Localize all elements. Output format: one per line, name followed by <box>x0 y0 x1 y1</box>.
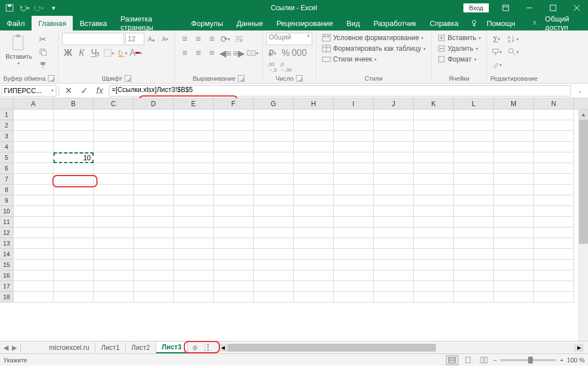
cell[interactable] <box>294 238 334 249</box>
font-color-icon[interactable]: A▾ <box>130 47 142 59</box>
login-button[interactable]: Вход <box>463 3 489 12</box>
cell[interactable] <box>254 163 294 174</box>
tab-insert[interactable]: Вставка <box>73 16 113 30</box>
format-as-table[interactable]: Форматировать как таблицу▾ <box>320 43 428 54</box>
cell[interactable] <box>534 238 574 249</box>
cell[interactable] <box>534 109 574 120</box>
increase-indent-icon[interactable]: ≡▶ <box>233 47 245 59</box>
number-format-select[interactable]: Общий▾ <box>266 33 312 45</box>
alignment-launcher[interactable] <box>238 75 245 82</box>
cell[interactable] <box>94 120 134 131</box>
cell[interactable] <box>54 217 94 227</box>
qat-customize-icon[interactable]: ▾ <box>47 2 60 14</box>
cell[interactable] <box>134 260 174 270</box>
undo-icon[interactable]: ▾ <box>18 2 30 14</box>
cell[interactable] <box>494 174 534 185</box>
cell[interactable] <box>454 120 494 131</box>
cell[interactable] <box>14 152 54 163</box>
cell[interactable] <box>414 217 454 227</box>
cell[interactable] <box>494 206 534 217</box>
cell[interactable] <box>414 260 454 270</box>
font-size-select[interactable] <box>125 33 144 45</box>
cell[interactable] <box>374 270 414 281</box>
cell[interactable] <box>54 195 94 206</box>
column-header[interactable]: C <box>94 98 134 109</box>
row-header[interactable]: 4 <box>0 142 14 152</box>
percent-icon[interactable]: % <box>280 47 292 59</box>
cell[interactable] <box>94 227 134 238</box>
formula-input[interactable]: =[Ссылки.xlsx]Лист3!$B$5 <box>109 85 571 97</box>
cell[interactable] <box>14 238 54 249</box>
underline-button[interactable]: Ч▾ <box>89 47 101 59</box>
cell[interactable] <box>94 206 134 217</box>
row-header[interactable]: 10 <box>0 206 14 217</box>
cell[interactable] <box>214 195 254 206</box>
cell[interactable] <box>534 270 574 281</box>
delete-cells[interactable]: Удалить▾ <box>435 43 483 54</box>
sheet-tab-0[interactable]: microexcel.ru <box>43 343 95 353</box>
save-icon[interactable] <box>3 2 16 14</box>
cell[interactable] <box>134 142 174 152</box>
sort-filter-icon[interactable]: AЯ▾ <box>505 33 521 45</box>
cell[interactable] <box>414 163 454 174</box>
cell[interactable] <box>14 249 54 260</box>
increase-font-icon[interactable]: A▴ <box>145 33 158 45</box>
sheet-nav-next-icon[interactable]: ▶ <box>12 344 17 352</box>
cell[interactable] <box>14 292 54 303</box>
cell[interactable] <box>334 152 374 163</box>
cell[interactable] <box>174 152 214 163</box>
row-header[interactable]: 8 <box>0 185 14 195</box>
cell[interactable] <box>374 227 414 238</box>
page-layout-view-icon[interactable] <box>462 355 474 365</box>
cell[interactable] <box>294 109 334 120</box>
cell[interactable] <box>214 227 254 238</box>
hscroll-right-icon[interactable]: ▶ <box>574 344 583 352</box>
wrap-text-icon[interactable] <box>233 33 245 45</box>
cell[interactable] <box>494 249 534 260</box>
cell[interactable] <box>174 227 214 238</box>
format-painter-icon[interactable] <box>37 59 49 71</box>
cell[interactable] <box>174 163 214 174</box>
cell[interactable] <box>254 195 294 206</box>
column-header[interactable]: N <box>534 98 574 109</box>
cell[interactable] <box>534 227 574 238</box>
tab-view[interactable]: Вид <box>340 16 367 30</box>
cell[interactable] <box>174 174 214 185</box>
cell[interactable] <box>54 249 94 260</box>
row-header[interactable]: 1 <box>0 109 14 120</box>
cell[interactable] <box>174 185 214 195</box>
cell[interactable] <box>214 260 254 270</box>
cell[interactable] <box>254 142 294 152</box>
column-header[interactable]: B <box>54 98 94 109</box>
cell[interactable] <box>454 292 494 303</box>
cell[interactable] <box>374 217 414 227</box>
cell-styles[interactable]: Стили ячеек▾ <box>320 54 428 64</box>
cell[interactable] <box>454 152 494 163</box>
cell[interactable] <box>94 270 134 281</box>
cell[interactable] <box>494 195 534 206</box>
cell[interactable] <box>534 120 574 131</box>
column-header[interactable]: D <box>134 98 174 109</box>
cell[interactable] <box>494 238 534 249</box>
cell[interactable] <box>94 249 134 260</box>
cell[interactable] <box>94 163 134 174</box>
column-header[interactable]: E <box>174 98 214 109</box>
row-header[interactable]: 16 <box>0 270 14 281</box>
cell[interactable] <box>294 281 334 292</box>
cell[interactable] <box>94 260 134 270</box>
cell[interactable] <box>174 131 214 142</box>
tab-formulas[interactable]: Формулы <box>184 16 230 30</box>
cell[interactable] <box>14 185 54 195</box>
cell[interactable] <box>534 152 574 163</box>
cell[interactable] <box>214 174 254 185</box>
column-header[interactable]: K <box>414 98 454 109</box>
cell[interactable] <box>174 238 214 249</box>
insert-cells[interactable]: Вставить▾ <box>435 33 483 43</box>
horizontal-scrollbar[interactable]: ◀ ▶ <box>219 344 583 352</box>
cell[interactable] <box>374 131 414 142</box>
cell[interactable] <box>14 206 54 217</box>
column-header[interactable]: M <box>494 98 534 109</box>
cell[interactable] <box>54 131 94 142</box>
cell[interactable] <box>334 142 374 152</box>
comma-icon[interactable]: 000 <box>293 47 306 59</box>
